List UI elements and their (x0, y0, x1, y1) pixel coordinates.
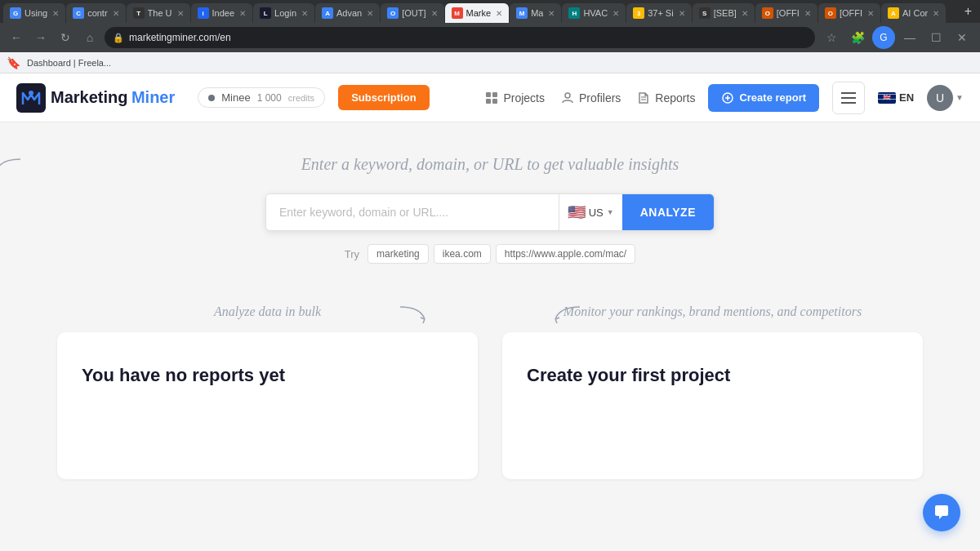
browser-tab-t6[interactable]: AAdvan✕ (315, 3, 380, 23)
card-col-2: Monitor your rankings, brand mentions, a… (502, 304, 923, 479)
create-report-icon (721, 91, 734, 104)
extensions-button[interactable]: 🧩 (846, 26, 869, 49)
try-chip[interactable]: https://www.apple.com/mac/ (496, 244, 635, 264)
address-bar[interactable]: 🔒 marketingminer.com/en (105, 27, 815, 48)
card-reports-title: You have no reports yet (82, 365, 453, 386)
logo-marketing: Marketing (51, 88, 127, 106)
browser-tab-t8[interactable]: MMarke✕ (445, 3, 510, 23)
main-content: Enter a keyword, domain, or URL to get v… (0, 122, 980, 551)
logo[interactable]: Marketing Miner (16, 83, 175, 113)
create-report-button[interactable]: Create report (708, 84, 819, 112)
card-divider (478, 304, 502, 479)
cards-section: Analyze data in bulk You have no reports… (41, 304, 939, 479)
card-arrow-2-icon (551, 303, 584, 327)
card-annotation-text-1: Analyze data in bulk (214, 304, 321, 318)
browser-tab-t1[interactable]: GUsing✕ (3, 3, 65, 23)
logo-text: Marketing Miner (51, 88, 175, 107)
hamburger-button[interactable] (832, 82, 865, 114)
bookmarks-bar: 🔖 Dashboard | Freela... (0, 52, 980, 73)
user-indicator-dot (208, 95, 215, 101)
card-projects-title: Create your first project (527, 365, 898, 386)
country-selector[interactable]: 🇺🇸 US ▼ (559, 194, 622, 230)
browser-tab-t11[interactable]: 337+ Si✕ (626, 3, 692, 23)
chat-bubble[interactable] (923, 494, 960, 531)
credits-value: 1 000 (257, 92, 282, 104)
subscription-button[interactable]: Subscription (338, 85, 429, 110)
reports-link[interactable]: Reports (637, 91, 695, 104)
reports-label: Reports (655, 91, 695, 104)
us-flag-icon: 🇺🇸 (568, 203, 586, 221)
browser-tab-t15[interactable]: AAI Cor✕ (881, 3, 946, 23)
svg-rect-5 (492, 99, 497, 104)
minimize-button[interactable]: — (898, 26, 921, 49)
forward-button[interactable]: → (31, 28, 51, 47)
browser-tab-t5[interactable]: LLogin✕ (253, 3, 314, 23)
bookmark-star-button[interactable]: ☆ (820, 26, 843, 49)
browser-tab-t7[interactable]: O[OUT]✕ (381, 3, 443, 23)
logo-miner: Miner (131, 88, 175, 106)
projects-label: Projects (503, 91, 545, 104)
browser-tab-t12[interactable]: S[SEB]✕ (693, 3, 755, 23)
create-report-label: Create report (739, 91, 806, 104)
hero-tagline: Enter a keyword, domain, or URL to get v… (16, 155, 964, 174)
reload-button[interactable]: ↻ (56, 28, 75, 47)
analyze-button[interactable]: ANALYZE (622, 194, 714, 230)
language-label: EN (899, 91, 914, 104)
close-button[interactable]: ✕ (951, 26, 973, 49)
search-input[interactable] (266, 194, 559, 230)
try-chip[interactable]: marketing (368, 244, 429, 264)
language-selector[interactable]: 🇬🇧 EN (878, 91, 914, 104)
svg-rect-3 (492, 92, 497, 97)
maximize-button[interactable]: ☐ (924, 26, 947, 49)
flag-uk: 🇬🇧 (878, 92, 896, 104)
country-label: US (589, 207, 604, 219)
svg-point-1 (29, 91, 33, 96)
browser-chrome: GUsing✕Ccontr✕TThe U✕iIndee✕LLogin✕AAdva… (0, 0, 980, 52)
card-arrow-1-icon (396, 303, 429, 327)
card-col-1: Analyze data in bulk You have no reports… (57, 304, 478, 479)
avatar-circle: U (927, 85, 953, 111)
browser-tab-t9[interactable]: MMa✕ (510, 3, 561, 23)
app: Marketing Miner Minee 1 000 credits Subs… (0, 73, 980, 551)
browser-tabs: GUsing✕Ccontr✕TThe U✕iIndee✕LLogin✕AAdva… (0, 0, 980, 23)
card-annotation-2: Monitor your rankings, brand mentions, a… (502, 304, 923, 319)
user-info: Minee 1 000 credits (198, 87, 325, 108)
logo-icon (16, 83, 46, 113)
browser-tab-t10[interactable]: HHVAC✕ (562, 3, 626, 23)
top-navbar: Marketing Miner Minee 1 000 credits Subs… (0, 73, 980, 122)
user-avatar[interactable]: U ▼ (927, 85, 964, 111)
try-chip[interactable]: ikea.com (434, 244, 491, 264)
card-reports: You have no reports yet (57, 332, 478, 479)
reports-icon (637, 91, 650, 104)
svg-point-6 (565, 93, 570, 98)
bookmarks-icon: 🔖 (7, 56, 20, 69)
avatar-chevron: ▼ (956, 93, 964, 102)
projects-link[interactable]: Projects (485, 91, 545, 104)
browser-tab-t4[interactable]: iIndee✕ (191, 3, 253, 23)
card-annotation-text-2: Monitor your rankings, brand mentions, a… (564, 304, 862, 318)
browser-tab-t14[interactable]: O[OFFI✕ (818, 3, 880, 23)
profilers-icon (561, 91, 574, 104)
svg-rect-0 (16, 83, 46, 113)
browser-tab-t3[interactable]: TThe U✕ (127, 3, 190, 23)
profilers-link[interactable]: Profilers (561, 91, 621, 104)
bookmark-item-dashboard[interactable]: Dashboard | Freela... (22, 56, 116, 69)
back-button[interactable]: ← (7, 28, 26, 47)
hero-arrow-icon (0, 155, 24, 180)
svg-rect-4 (486, 99, 491, 104)
country-chevron-icon: ▼ (607, 208, 614, 216)
browser-tab-t2[interactable]: Ccontr✕ (66, 3, 125, 23)
address-text: marketingminer.com/en (129, 32, 231, 43)
home-button[interactable]: ⌂ (80, 28, 100, 47)
hamburger-icon (841, 92, 856, 104)
try-row: Try marketingikea.comhttps://www.apple.c… (16, 244, 964, 264)
credits-label: credits (288, 93, 314, 103)
new-tab-button[interactable]: + (960, 4, 977, 19)
browser-tab-t13[interactable]: O[OFFI✕ (755, 3, 817, 23)
projects-icon (485, 91, 498, 104)
user-name-label: Minee (221, 91, 250, 104)
lock-icon: 🔒 (113, 33, 124, 43)
profile-button[interactable]: G (872, 26, 895, 49)
svg-rect-2 (486, 92, 491, 97)
profilers-label: Profilers (579, 91, 621, 104)
